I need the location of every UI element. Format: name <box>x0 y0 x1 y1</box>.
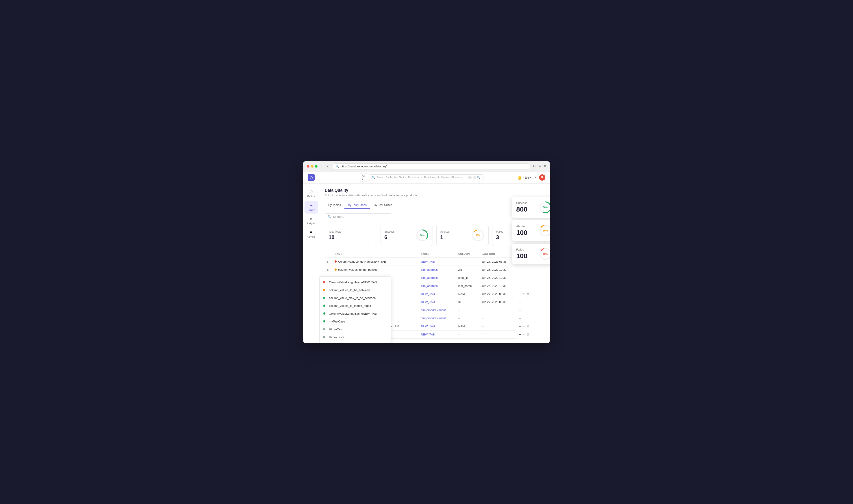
table-link-6[interactable]: NEW_TAB <box>421 300 435 304</box>
address-bar[interactable]: 🔍 https://sandbox.open-metadata.org/ <box>332 163 530 169</box>
column-val-3: shop_id <box>456 274 479 282</box>
dropdown-item[interactable]: column_values_to_be_between <box>319 286 391 294</box>
delete-icon-9[interactable]: 🗑 <box>526 324 529 328</box>
sidebar-item-insights[interactable]: ○ Insights <box>304 214 318 227</box>
user-avatar[interactable]: R <box>539 174 545 181</box>
column-val-1: -- <box>456 257 479 266</box>
reload-icon[interactable]: ↻ <box>533 164 536 169</box>
floating-failed-card: Failed 100 10% <box>512 244 550 264</box>
dropdown-label-3: column_value_max_to_be_between <box>329 296 376 300</box>
all-dropdown-label[interactable]: All ▾ <box>362 174 365 181</box>
language-selector[interactable]: EN ▾ <box>525 176 531 179</box>
windows-icon[interactable]: ⧉ <box>544 164 546 169</box>
edit-icon-10[interactable]: ✏ <box>522 332 525 336</box>
expand-row-1[interactable]: ▶ <box>327 260 329 263</box>
column-val-9: NAME <box>456 322 479 330</box>
app-logo[interactable]: ⬡ <box>308 174 315 181</box>
search-icon: 🔍 <box>328 215 331 218</box>
minimize-traffic-light[interactable] <box>311 165 313 168</box>
col-lastrun-header: LAST RUN <box>479 250 517 258</box>
new-tab-icon[interactable]: ＋ <box>538 164 541 169</box>
table-link-2[interactable]: dim_address <box>421 268 437 271</box>
dropdown-item[interactable]: ColumnValueLengthNameNEW_TAB <box>319 310 391 318</box>
tab-by-tables[interactable]: By Tables <box>325 201 345 209</box>
test-case-search[interactable]: 🔍 Search... <box>325 213 392 220</box>
dropdown-item[interactable]: HimakTest2 <box>319 333 391 341</box>
float-success-label: Success <box>516 201 527 204</box>
dropdown-item[interactable]: HimakTest <box>319 325 391 333</box>
float-failed-value: 100 <box>516 252 527 260</box>
tab-by-test-suites[interactable]: By Test Suites <box>370 201 396 209</box>
edit-icon-9[interactable]: ✏ <box>522 324 525 328</box>
explore-label: Explore <box>308 195 315 198</box>
notification-icon[interactable]: 🔔 <box>517 176 522 180</box>
sidebar-item-quality[interactable]: ✦ Quality <box>304 201 318 214</box>
sidebar: ⊙ Explore ✦ Quality ○ Insights ≡ Govern <box>303 183 319 343</box>
row-name-2: column_values_to_be_between <box>338 268 379 271</box>
stat-total-label: Total Tests <box>329 230 341 233</box>
help-icon[interactable]: ? <box>534 176 536 180</box>
search-placeholder: Search... <box>333 215 345 218</box>
resolution-2: -- <box>517 266 544 274</box>
back-button[interactable]: ‹ <box>320 164 324 169</box>
close-traffic-light[interactable] <box>307 165 310 168</box>
dropdown-item[interactable]: ColumnValueLengthNameNEW_TAB <box>319 278 391 286</box>
table-link-7[interactable]: dim.product.variant <box>421 308 446 312</box>
dropdown-dot-8 <box>323 336 325 338</box>
aborted-percent-label: 10% <box>476 234 480 236</box>
table-link-5[interactable]: NEW_TAB <box>421 292 435 295</box>
lastrun-8: -- <box>479 314 517 322</box>
table-link-8[interactable]: dim.product.variant <box>421 317 446 320</box>
lastrun-7: -- <box>479 306 517 314</box>
resolution-4: -- <box>517 282 544 290</box>
delete-icon-5[interactable]: 🗑 <box>526 292 529 295</box>
edit-icon-5[interactable]: ✏ <box>522 292 525 295</box>
fullscreen-traffic-light[interactable] <box>315 165 317 168</box>
sidebar-item-govern[interactable]: ≡ Govern <box>304 228 318 240</box>
dropdown-item[interactable]: column_values_to_match_regex <box>319 302 391 310</box>
global-search-bar[interactable]: 🔍 Search for Tables, Topics, Dashboards,… <box>369 174 484 181</box>
main-layout: ⊙ Explore ✦ Quality ○ Insights ≡ Govern … <box>303 183 550 343</box>
content-area: Data Quality Build trust in your data wi… <box>319 183 550 343</box>
lastrun-9: -- <box>479 322 517 330</box>
dropdown-dot-2 <box>323 289 325 291</box>
url-text: https://sandbox.open-metadata.org/ <box>341 165 387 168</box>
lastrun-6: Jun 27, 2023 08:39 <box>479 298 517 306</box>
explore-icon: ⊙ <box>310 190 313 194</box>
browser-actions: ↻ ＋ ⧉ <box>533 164 546 169</box>
table-link-4[interactable]: dim_address <box>421 284 437 288</box>
dropdown-dot-3 <box>323 297 325 299</box>
delete-icon-10[interactable]: 🗑 <box>526 332 529 336</box>
dropdown-item[interactable]: column_value_max_to_be_between <box>319 294 391 302</box>
float-aborted-label: Aborted <box>516 224 527 228</box>
floating-aborted-card: Aborted 100 10% <box>512 220 550 241</box>
table-link-1[interactable]: NEW_TAB <box>421 260 435 263</box>
dropdown-dot-6 <box>323 320 325 323</box>
forward-button[interactable]: › <box>325 164 329 169</box>
status-dot-1 <box>334 260 337 263</box>
column-val-2: zip <box>456 266 479 274</box>
table-row: ▶ ColumnValueLengthNameNEW_TAB NEW_TAB -… <box>325 257 544 266</box>
stat-failed-value: 3 <box>496 234 503 240</box>
resolution-6: -- <box>517 298 544 306</box>
dropdown-label-7: HimakTest <box>329 328 343 331</box>
search-submit-icon[interactable]: 🔍 <box>477 176 481 179</box>
table-link-3[interactable]: dim_address <box>421 276 437 280</box>
dropdown-dot-7 <box>323 328 325 330</box>
table-link-9[interactable]: NEW_TAB <box>421 324 435 328</box>
dropdown-item[interactable]: myTestCase <box>319 318 391 325</box>
float-failed-percent: 10% <box>543 253 548 255</box>
stat-success-value: 6 <box>384 234 395 240</box>
insights-icon: ○ <box>310 217 312 221</box>
dropdown-label-1: ColumnValueLengthNameNEW_TAB <box>329 281 377 284</box>
float-aborted-percent: 10% <box>543 229 548 232</box>
tab-by-test-cases[interactable]: By Test Cases <box>345 201 370 209</box>
stat-total: Total Tests 10 <box>325 225 377 246</box>
dropdown-label-5: ColumnValueLengthNameNEW_TAB <box>329 312 377 315</box>
dropdown-label-8: HimakTest2 <box>329 336 344 339</box>
sidebar-item-explore[interactable]: ⊙ Explore <box>304 187 318 200</box>
expand-row-2[interactable]: ▶ <box>327 269 329 271</box>
column-val-10: -- <box>456 330 479 338</box>
table-link-10[interactable]: NEW_TAB <box>421 333 435 336</box>
nav-buttons: ‹ › <box>320 164 329 169</box>
